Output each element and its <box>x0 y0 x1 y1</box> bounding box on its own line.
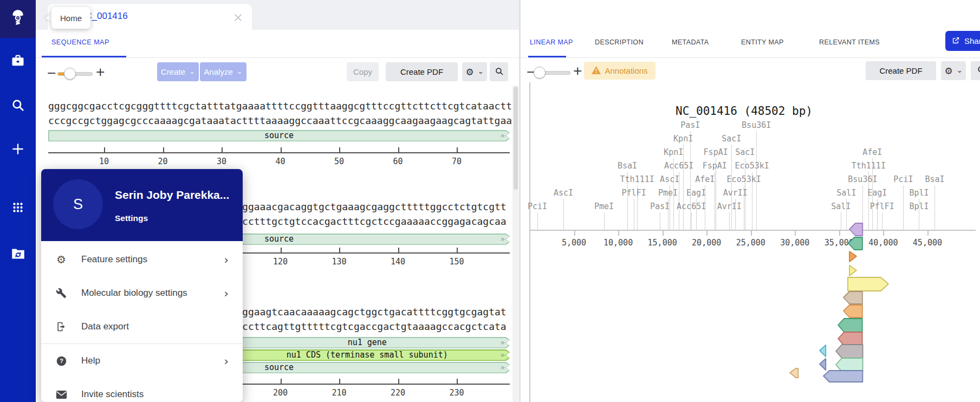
feature-arrow[interactable] <box>838 318 864 333</box>
avatar[interactable]: S <box>53 179 103 229</box>
tab-metadata[interactable]: METADATA <box>672 38 709 46</box>
enzyme-label[interactable]: AvrII <box>717 202 742 211</box>
enzyme-label[interactable]: Eco53kI <box>735 161 769 171</box>
close-tab-icon[interactable] <box>232 11 244 23</box>
sequence-row-top[interactable]: ggaagtcaacaaaaagcagctggctgacattttcggtgcg… <box>242 306 507 317</box>
menu-item-invite-scientists[interactable]: Invite scientists <box>41 378 243 402</box>
enzyme-label[interactable]: Tth111I <box>852 161 886 171</box>
feature-arrow[interactable] <box>847 277 890 292</box>
feature-arrow[interactable] <box>848 237 864 251</box>
tab-entity-map[interactable]: ENTITY MAP <box>741 38 784 46</box>
enzyme-label[interactable]: BplI <box>909 188 929 198</box>
annotation-bar-label: nu1 gene <box>225 338 510 347</box>
enzyme-label[interactable]: PflFI <box>622 188 646 198</box>
enzyme-cut-line <box>691 212 692 230</box>
enzyme-label[interactable]: KpnI <box>664 147 683 157</box>
enzyme-cut-line <box>903 185 904 230</box>
axis-tick <box>706 231 708 236</box>
tab-relevant-items[interactable]: RELEVANT ITEMS <box>819 38 880 46</box>
ruler-number: 230 <box>450 388 464 398</box>
enzyme-label[interactable]: FspAI <box>704 147 728 157</box>
feature-arrow[interactable] <box>849 251 858 263</box>
enzyme-label[interactable]: PflFI <box>870 202 894 211</box>
export-icon <box>54 321 68 332</box>
enzyme-label[interactable]: AfeI <box>695 174 715 184</box>
ruler-number: 120 <box>273 257 288 267</box>
enzyme-label[interactable]: BsaI <box>618 161 637 171</box>
feature-arrow[interactable] <box>823 370 864 383</box>
menu-item-molecular-biology-settings[interactable]: Molecular biology settings› <box>41 276 243 310</box>
sequence-row-top[interactable]: gggcggcgacctcgcgggttttcgctatttatgaaaattt… <box>48 100 512 112</box>
enzyme-label[interactable]: Eco53kI <box>727 174 761 184</box>
feature-arrow[interactable] <box>819 345 827 358</box>
enzyme-label[interactable]: Bsu36I <box>742 120 771 130</box>
user-menu-header: S Serin Joby Parekka... Settings <box>41 169 243 241</box>
enzyme-label[interactable]: AscI <box>660 174 679 184</box>
menu-item-feature-settings[interactable]: ⚙Feature settings› <box>41 243 243 276</box>
ruler-tick <box>163 147 164 152</box>
sequence-row-bottom[interactable]: cctttgctgtccacgactttcgctccgaaaaaccggagac… <box>242 216 507 227</box>
annotation-bar[interactable]: nu1 gene» <box>225 337 510 348</box>
enzyme-label[interactable]: PciI <box>528 202 547 211</box>
menu-item-help[interactable]: ?Help› <box>41 344 243 378</box>
ruler-line <box>48 152 510 153</box>
gear-icon: ⚙ <box>54 253 68 266</box>
search-nav-button[interactable] <box>0 94 36 118</box>
feature-arrow[interactable] <box>849 265 858 277</box>
axis-tick-label: 25,000 <box>736 238 765 248</box>
sequence-row-bottom[interactable]: ccttcagttgtttttcgtcgaccgactgtaaaagccacgc… <box>242 321 507 332</box>
enzyme-label[interactable]: AvrII <box>723 188 748 198</box>
enzyme-label[interactable]: PciI <box>893 174 913 184</box>
axis-tick <box>883 231 884 236</box>
logo-button[interactable] <box>0 0 36 38</box>
ruler-tick <box>339 248 340 252</box>
feature-arrow[interactable] <box>789 368 799 379</box>
create-new-button[interactable] <box>0 138 36 162</box>
enzyme-label[interactable]: EagI <box>867 188 887 198</box>
enzyme-label[interactable]: SacI <box>735 147 755 157</box>
settings-link[interactable]: Settings <box>115 213 148 223</box>
enzyme-label[interactable]: BplI <box>909 202 929 211</box>
enzyme-label[interactable]: AfeI <box>862 147 882 157</box>
enzyme-label[interactable]: EagI <box>686 188 706 198</box>
enzyme-label[interactable]: Acc65I <box>664 161 693 171</box>
projects-briefcase-button[interactable] <box>0 50 36 74</box>
apps-menu-button[interactable] <box>0 197 36 221</box>
enzyme-label[interactable]: SacI <box>722 134 741 144</box>
tab-description[interactable]: DESCRIPTION <box>595 38 644 46</box>
ruler-tick <box>281 147 282 152</box>
annotation-bar[interactable]: nu1 CDS (terminase small subunit)» <box>225 349 510 361</box>
registry-sync-button[interactable] <box>0 243 36 267</box>
scrollbar-thumb[interactable] <box>514 87 518 190</box>
tab-strip: NC_001416 <box>36 0 519 30</box>
feature-arrow[interactable] <box>819 358 827 371</box>
axis-tick <box>927 231 929 236</box>
enzyme-label[interactable]: PasI <box>650 202 670 211</box>
ruler-tick <box>457 379 458 384</box>
enzyme-label[interactable]: AscI <box>554 188 573 198</box>
enzyme-label[interactable]: PasI <box>680 120 700 130</box>
enzyme-cut-line <box>634 199 634 230</box>
feature-arrow[interactable] <box>849 223 864 237</box>
continuation-icon: » <box>501 362 505 372</box>
enzyme-label[interactable]: SalI <box>836 188 856 198</box>
enzyme-label[interactable]: KpnI <box>673 134 693 144</box>
enzyme-label[interactable]: Bsu36I <box>848 174 877 184</box>
enzyme-label[interactable]: Tth111I <box>620 174 654 184</box>
sequence-row-bottom[interactable]: cccgccgctggagcgcccaaaagcgataaatacttttaaa… <box>48 115 512 126</box>
feature-arrow[interactable] <box>843 304 864 319</box>
enzyme-label[interactable]: SalI <box>831 202 851 211</box>
sequence-row-top[interactable]: ggaaacgacaggtgctgaaagcgaggctttttggcctctg… <box>242 201 507 212</box>
enzyme-label[interactable]: PmeI <box>594 202 614 211</box>
enzyme-label[interactable]: PmeI <box>658 188 678 198</box>
wrench-icon <box>54 288 68 299</box>
user-name: Serin Joby Parekka... <box>115 189 229 202</box>
tab-linear-map[interactable]: LINEAR MAP <box>530 38 573 46</box>
feature-arrow[interactable] <box>843 291 864 305</box>
menu-item-data-export[interactable]: Data export <box>41 310 243 343</box>
feature-arrow[interactable] <box>835 344 864 359</box>
enzyme-label[interactable]: Acc65I <box>677 202 706 211</box>
enzyme-label[interactable]: FspAI <box>703 161 727 171</box>
annotation-bar[interactable]: source» <box>48 130 510 141</box>
enzyme-label[interactable]: BsaI <box>925 174 944 184</box>
